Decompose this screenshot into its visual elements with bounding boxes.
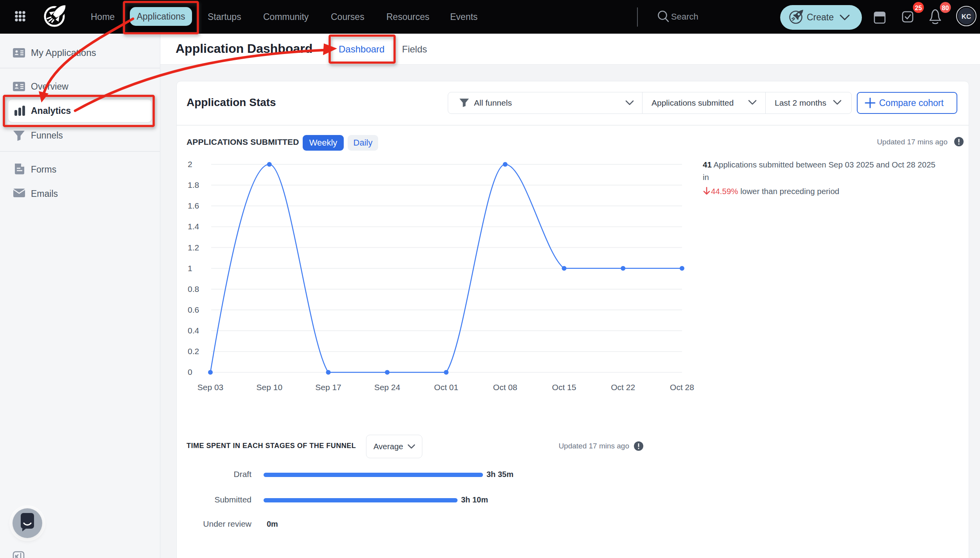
svg-text:Oct 01: Oct 01	[434, 383, 458, 392]
svg-text:80: 80	[942, 5, 949, 11]
svg-text:2: 2	[188, 160, 192, 169]
svg-text:0.6: 0.6	[188, 305, 199, 314]
svg-text:Oct 22: Oct 22	[611, 383, 635, 392]
svg-text:1.6: 1.6	[188, 201, 199, 210]
svg-text:25: 25	[915, 5, 922, 11]
svg-text:Sep 24: Sep 24	[374, 383, 400, 392]
svg-text:Oct 28: Oct 28	[670, 383, 694, 392]
svg-text:Sep 03: Sep 03	[197, 383, 224, 392]
svg-text:0.4: 0.4	[188, 326, 199, 335]
svg-text:0.2: 0.2	[188, 347, 199, 356]
svg-text:Sep 17: Sep 17	[315, 383, 341, 392]
svg-text:KC: KC	[962, 13, 971, 20]
svg-text:Oct 08: Oct 08	[493, 383, 517, 392]
svg-text:0.8: 0.8	[188, 284, 199, 293]
svg-text:Sep 10: Sep 10	[257, 383, 283, 392]
svg-text:1: 1	[188, 264, 192, 273]
svg-text:1.8: 1.8	[188, 180, 199, 189]
svg-text:Oct 15: Oct 15	[552, 383, 576, 392]
svg-text:0: 0	[188, 367, 192, 376]
svg-text:1.2: 1.2	[188, 243, 199, 252]
svg-text:1.4: 1.4	[188, 222, 199, 231]
